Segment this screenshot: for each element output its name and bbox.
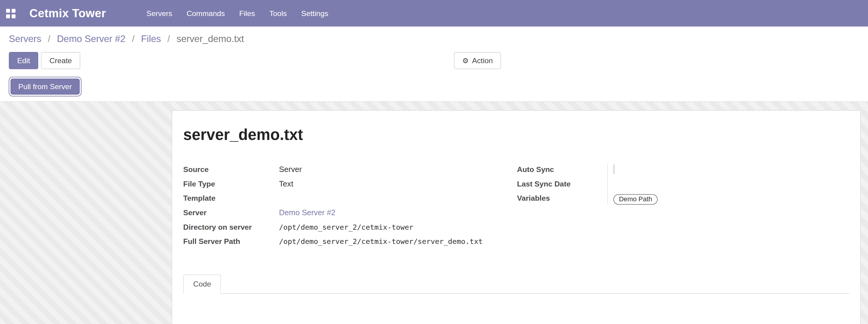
field-label-variables: Variables xyxy=(517,191,607,205)
auto-sync-checkbox[interactable] xyxy=(613,164,615,174)
field-label-source: Source xyxy=(183,163,279,176)
field-value-directory: /opt/demo_server_2/cetmix-tower xyxy=(279,220,413,234)
menu-tools[interactable]: Tools xyxy=(262,1,294,25)
server-link[interactable]: Demo Server #2 xyxy=(279,206,336,220)
field-groups: Source Server File Type Text Template Se… xyxy=(183,163,849,249)
action-menu-area: ⚙ Action xyxy=(454,52,501,69)
breadcrumb-current: server_demo.txt xyxy=(177,34,244,44)
field-row-template: Template xyxy=(183,191,517,206)
action-button[interactable]: ⚙ Action xyxy=(454,52,501,69)
field-label-last-sync-date: Last Sync Date xyxy=(517,177,607,191)
field-label-file-type: File Type xyxy=(183,177,279,191)
gear-icon: ⚙ xyxy=(462,57,468,64)
field-value-auto-sync xyxy=(607,163,615,176)
edit-button[interactable]: Edit xyxy=(9,52,38,69)
field-group-left: Source Server File Type Text Template Se… xyxy=(183,163,517,249)
tab-code[interactable]: Code xyxy=(183,274,221,294)
breadcrumb-files[interactable]: Files xyxy=(141,34,161,44)
field-row-source: Source Server xyxy=(183,163,517,177)
field-label-template: Template xyxy=(183,191,279,205)
form-sheet: server_demo.txt Source Server File Type … xyxy=(172,110,861,324)
field-row-full-path: Full Server Path /opt/demo_server_2/cetm… xyxy=(183,234,517,249)
apps-grid-icon[interactable] xyxy=(6,8,16,18)
field-group-right: Auto Sync Last Sync Date Variables Demo … xyxy=(517,163,849,249)
field-row-file-type: File Type Text xyxy=(183,177,517,192)
control-panel: Servers / Demo Server #2 / Files / serve… xyxy=(0,27,868,74)
field-row-server: Server Demo Server #2 xyxy=(183,206,517,220)
create-button[interactable]: Create xyxy=(41,52,80,69)
notebook-tabs: Code xyxy=(183,274,849,294)
breadcrumb-demo-server[interactable]: Demo Server #2 xyxy=(57,34,125,44)
brand-title[interactable]: Cetmix Tower xyxy=(29,7,106,20)
field-row-auto-sync: Auto Sync xyxy=(517,163,849,177)
form-view-background: server_demo.txt Source Server File Type … xyxy=(0,102,868,324)
top-navbar: Cetmix Tower Servers Commands Files Tool… xyxy=(0,0,868,27)
menu-files[interactable]: Files xyxy=(232,1,262,25)
record-buttons: Edit Create xyxy=(9,52,80,69)
field-label-full-path: Full Server Path xyxy=(183,234,279,249)
breadcrumb-separator: / xyxy=(132,34,134,44)
breadcrumb-separator: / xyxy=(167,34,170,44)
field-value-variables: Demo Path xyxy=(607,191,658,206)
field-label-directory: Directory on server xyxy=(183,220,279,234)
menu-servers[interactable]: Servers xyxy=(139,1,179,25)
form-statusbar: Pull from Server xyxy=(0,74,868,102)
breadcrumb-separator: / xyxy=(48,34,51,44)
menu-commands[interactable]: Commands xyxy=(179,1,232,25)
menu-settings[interactable]: Settings xyxy=(294,1,335,25)
breadcrumb-servers[interactable]: Servers xyxy=(9,34,41,44)
action-button-label: Action xyxy=(472,57,493,65)
field-value-last-sync-date xyxy=(607,177,613,181)
variable-tag-demo-path[interactable]: Demo Path xyxy=(613,194,657,205)
field-row-directory: Directory on server /opt/demo_server_2/c… xyxy=(183,220,517,234)
field-value-file-type: Text xyxy=(279,177,293,191)
breadcrumb: Servers / Demo Server #2 / Files / serve… xyxy=(9,34,859,45)
pull-from-server-button[interactable]: Pull from Server xyxy=(10,78,80,95)
record-title: server_demo.txt xyxy=(183,126,849,144)
field-row-variables: Variables Demo Path xyxy=(517,191,849,206)
button-row: Edit Create ⚙ Action xyxy=(9,52,859,69)
field-value-full-path: /opt/demo_server_2/cetmix-tower/server_d… xyxy=(279,234,483,249)
main-menu: Servers Commands Files Tools Settings xyxy=(139,1,335,25)
code-tab-content xyxy=(183,294,849,324)
field-label-server: Server xyxy=(183,206,279,220)
field-value-source: Server xyxy=(279,163,302,176)
app-window: Cetmix Tower Servers Commands Files Tool… xyxy=(0,0,868,324)
field-label-auto-sync: Auto Sync xyxy=(517,163,607,176)
field-row-last-sync-date: Last Sync Date xyxy=(517,177,849,192)
